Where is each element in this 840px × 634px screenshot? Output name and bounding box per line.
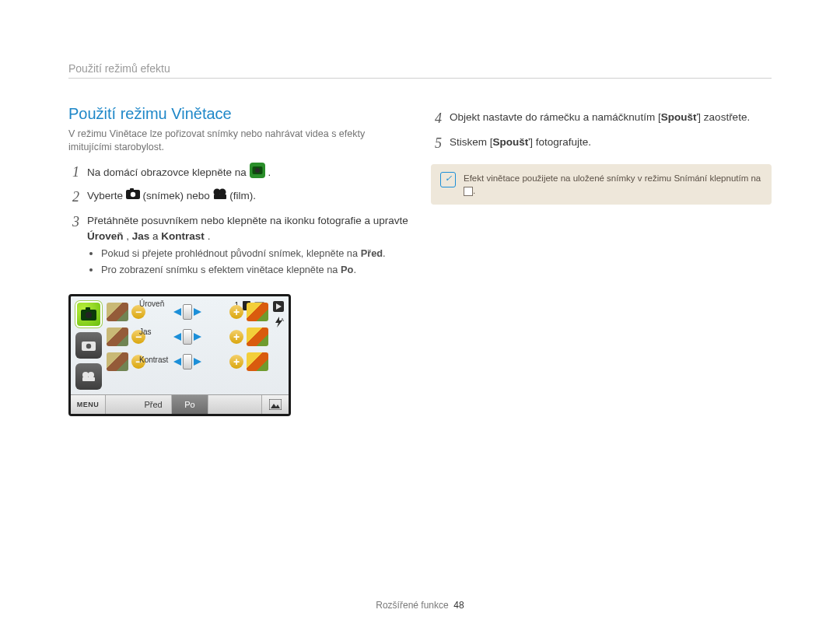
tip-box: Efekt vinětace použijete na uložené sním… — [431, 164, 772, 205]
thumb-before[interactable] — [107, 303, 128, 321]
video-icon — [213, 188, 227, 204]
step-1: 1 Na domácí obrazovce klepněte na . — [68, 163, 409, 184]
slider-brightness[interactable]: − + — [107, 328, 268, 346]
thumb-before[interactable] — [107, 352, 128, 371]
tip-text: Efekt vinětace použijete na uložené sním… — [464, 172, 762, 197]
step-text: ] zaostřete. — [698, 111, 750, 123]
slider-handle[interactable] — [183, 304, 192, 320]
slider-handle[interactable] — [183, 354, 192, 370]
page-footer: Rozšířené funkce 48 — [0, 600, 840, 611]
thumb-after[interactable] — [247, 352, 268, 371]
svg-marker-26 — [271, 404, 280, 408]
camera-screen-mock: 1 — [68, 294, 291, 416]
step-bold: Spoušť — [661, 111, 698, 123]
step-bold: Úroveň — [87, 230, 124, 242]
playback-icon[interactable] — [273, 301, 284, 312]
svg-point-19 — [88, 372, 94, 378]
svg-point-17 — [86, 343, 91, 348]
step-number: 5 — [431, 133, 442, 153]
step-text: . — [208, 230, 211, 242]
step-text: Přetáhněte posuvníkem nebo klepněte na i… — [87, 215, 408, 226]
svg-point-2 — [255, 168, 260, 173]
footer-section: Rozšířené funkce — [376, 600, 448, 611]
svg-rect-15 — [86, 307, 90, 310]
left-column: Použití režimu Vinětace V režimu Vinětac… — [68, 105, 409, 416]
thumb-after[interactable] — [247, 328, 268, 346]
gallery-button[interactable] — [261, 395, 289, 414]
home-mode-icon — [250, 163, 265, 183]
step-bold: Spoušť — [493, 136, 530, 148]
step-3: 3 Přetáhněte posuvníkem nebo klepněte na… — [68, 213, 409, 280]
inline-mode-icon — [464, 187, 473, 196]
step-text: , — [126, 230, 132, 242]
slider-level[interactable]: − + — [107, 303, 268, 321]
step-number: 2 — [68, 187, 79, 207]
plus-button[interactable]: + — [229, 330, 243, 344]
thumb-before[interactable] — [107, 328, 128, 346]
step-text: (film). — [229, 190, 256, 201]
step-number: 4 — [431, 108, 442, 128]
svg-point-18 — [82, 372, 89, 378]
slider-label-contrast: Kontrast — [139, 356, 168, 364]
right-column: 4 Objekt nastavte do rámečku a namáčknut… — [431, 105, 772, 416]
photo-icon — [126, 188, 140, 204]
step-text: Stiskem [ — [450, 136, 493, 148]
slider-label-brightness: Jas — [139, 328, 152, 336]
running-head: Použití režimů efektu — [68, 62, 772, 79]
footer-page-number: 48 — [453, 600, 464, 611]
section-title: Použití režimu Vinětace — [68, 105, 409, 123]
slider-contrast[interactable]: − + — [107, 352, 268, 371]
substep: Pro zobrazení snímku s efektem vinětace … — [101, 263, 409, 276]
step-bold: Jas — [132, 230, 150, 242]
substep: Pokud si přejete prohlédnout původní sní… — [101, 247, 409, 260]
plus-button[interactable]: + — [229, 305, 243, 319]
step-text: Objekt nastavte do rámečku a namáčknutím… — [450, 111, 661, 123]
before-button[interactable]: Před — [135, 395, 172, 414]
step-number: 1 — [68, 162, 79, 182]
step-text: . — [268, 166, 271, 178]
step-4: 4 Objekt nastavte do rámečku a namáčknut… — [431, 110, 772, 130]
svg-text:A: A — [281, 317, 284, 322]
step-text: ] fotografujte. — [530, 136, 591, 148]
svg-rect-4 — [130, 188, 134, 191]
step-2: 2 Vyberte (snímek) nebo (film). — [68, 188, 409, 208]
step-bold: Kontrast — [161, 230, 205, 242]
step-number: 3 — [68, 212, 79, 232]
svg-rect-8 — [214, 194, 226, 199]
step-text: Vyberte — [87, 190, 126, 201]
after-button[interactable]: Po — [172, 395, 208, 414]
svg-rect-20 — [82, 377, 95, 381]
slider-label-level: Úroveň — [139, 299, 164, 308]
svg-point-5 — [131, 191, 135, 196]
plus-button[interactable]: + — [229, 355, 243, 369]
section-intro: V režimu Vinětace lze pořizovat snímky n… — [68, 128, 409, 154]
menu-button[interactable]: MENU — [71, 395, 106, 414]
step-text: (snímek) nebo — [143, 190, 213, 201]
thumb-after[interactable] — [247, 303, 268, 321]
flash-icon[interactable]: A — [273, 317, 284, 328]
slider-handle[interactable] — [183, 329, 192, 345]
step-5: 5 Stiskem [Spoušť] fotografujte. — [431, 135, 772, 155]
svg-point-14 — [86, 312, 92, 318]
video-mode-button[interactable] — [75, 363, 102, 390]
step-text: Na domácí obrazovce klepněte na — [87, 166, 250, 178]
step-text: a — [152, 230, 161, 242]
tip-icon — [440, 172, 456, 187]
effect-mode-button[interactable] — [75, 301, 102, 328]
photo-mode-button[interactable] — [75, 332, 102, 359]
